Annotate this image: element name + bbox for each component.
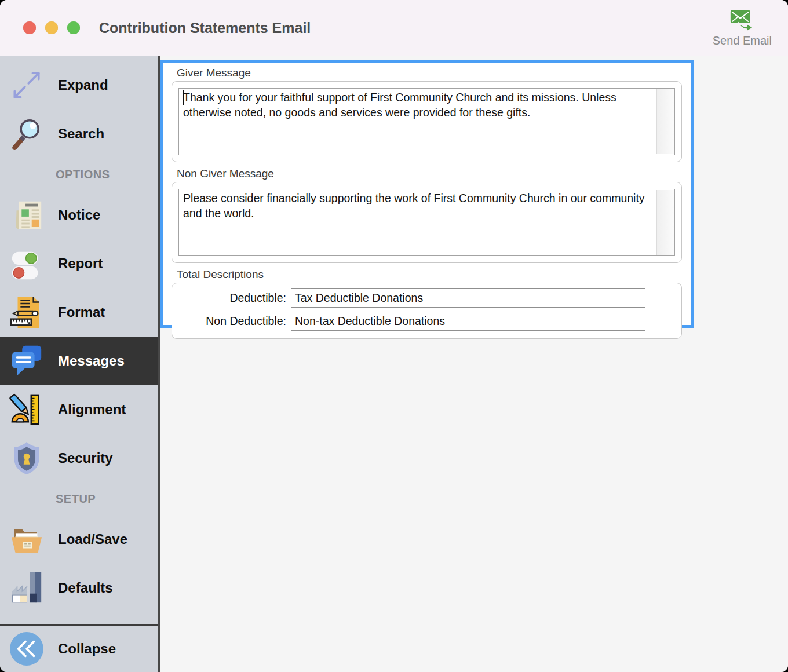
alignment-icon [8,392,45,428]
close-window-button[interactable] [23,21,36,34]
text-caret [183,90,184,105]
deductible-input[interactable] [291,288,645,308]
report-icon [8,246,45,282]
sidebar-item-notice[interactable]: Notice [0,191,158,239]
sidebar-item-security[interactable]: Security [0,434,158,483]
window-title: Contribution Statements Email [99,20,311,36]
minimize-window-button[interactable] [45,21,58,34]
sidebar-section-setup: SETUP [0,483,158,515]
sidebar-item-label: Defaults [58,580,113,596]
sidebar-item-label: Security [58,450,113,466]
giver-message-label: Giver Message [177,67,685,79]
messages-settings-panel: Giver Message Thank you for your faithfu… [160,60,694,328]
sidebar-item-label: Collapse [58,641,116,657]
sidebar-item-label: Alignment [58,401,126,418]
app-window: Contribution Statements Email Send Email [0,0,788,672]
factory-icon [8,570,45,606]
zoom-window-button[interactable] [67,21,80,34]
non-giver-message-label: Non Giver Message [177,167,685,180]
giver-message-textarea[interactable]: Thank you for your faithful support of F… [178,88,675,155]
sidebar-item-messages[interactable]: Messages [0,337,158,385]
send-email-icon [729,8,755,32]
folder-icon [8,521,45,557]
sidebar-item-search[interactable]: Search [0,109,158,158]
send-email-label: Send Email [713,34,772,48]
non-giver-message-text: Please consider financially supporting t… [179,189,674,222]
send-email-button[interactable]: Send Email [708,6,776,50]
non-deductible-input[interactable] [291,312,645,331]
sidebar-item-label: Report [58,255,103,272]
total-descriptions-label: Total Descriptions [177,268,685,281]
sidebar-item-label: Format [58,304,105,320]
search-icon [8,117,45,151]
sidebar-item-label: Expand [58,77,108,93]
non-deductible-label: Non Deductible: [178,315,286,328]
title-bar: Contribution Statements Email Send Email [0,0,788,56]
sidebar-item-alignment[interactable]: Alignment [0,385,158,434]
notice-icon [8,197,45,233]
total-descriptions-group: Deductible: Non Deductible: [172,283,682,339]
sidebar-item-format[interactable]: Format [0,288,158,337]
non-giver-message-scrollbar[interactable] [656,190,674,255]
format-icon [8,294,45,330]
non-giver-message-textarea[interactable]: Please consider financially supporting t… [178,189,675,256]
sidebar-item-label: Notice [58,207,100,223]
sidebar-item-label: Messages [58,353,125,369]
giver-message-group: Thank you for your faithful support of F… [172,81,682,162]
expand-icon [8,68,45,102]
deductible-row: Deductible: [178,288,675,308]
non-giver-message-group: Please consider financially supporting t… [172,182,682,263]
deductible-label: Deductible: [178,291,286,305]
sidebar-item-collapse[interactable]: Collapse [0,626,116,672]
sidebar-item-label: Search [58,126,104,142]
sidebar-item-report[interactable]: Report [0,239,158,288]
collapse-chevrons-icon [8,632,45,666]
giver-message-scrollbar[interactable] [656,89,674,154]
sidebar-item-label: Load/Save [58,531,127,547]
messages-icon [8,343,45,379]
security-shield-icon [8,440,45,476]
traffic-lights [23,21,80,34]
sidebar-item-expand[interactable]: Expand [0,61,158,109]
main-content: Giver Message Thank you for your faithfu… [160,56,788,672]
sidebar-item-load-save[interactable]: Load/Save [0,515,158,564]
sidebar: Expand Search OPTIONS [0,56,160,672]
sidebar-item-defaults[interactable]: Defaults [0,564,158,612]
sidebar-section-options: OPTIONS [0,158,158,191]
non-deductible-row: Non Deductible: [178,312,675,331]
giver-message-text: Thank you for your faithful support of F… [179,89,674,121]
